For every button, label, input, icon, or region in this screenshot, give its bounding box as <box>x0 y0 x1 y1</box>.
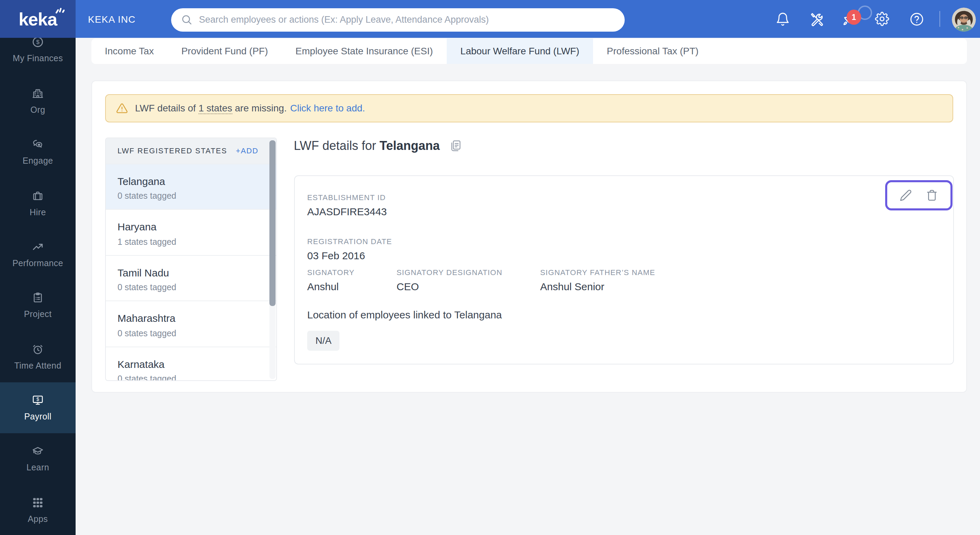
state-row-maharashtra[interactable]: Maharashtra 0 states tagged <box>106 300 276 346</box>
time-attend-icon <box>32 343 44 355</box>
signatory-father-label: SIGNATORY FATHER’S NAME <box>540 269 655 276</box>
warning-icon <box>116 102 127 114</box>
sidebar-item-label: Project <box>24 310 52 319</box>
finances-icon: $ <box>32 36 44 48</box>
org-icon <box>32 87 44 100</box>
sidebar-item-label: My Finances <box>13 54 63 64</box>
signatory-label: SIGNATORY <box>307 269 355 276</box>
sidebar-item-performance[interactable]: Performance <box>0 228 76 280</box>
tab-provident-fund[interactable]: Provident Fund (PF) <box>168 38 282 64</box>
svg-text:$: $ <box>37 396 39 402</box>
engage-icon <box>32 138 44 150</box>
global-search[interactable]: Search employees or actions (Ex: Apply L… <box>171 8 624 31</box>
performance-icon <box>32 241 44 253</box>
sidebar: $ My Finances Org Engage Hire Performanc… <box>0 0 76 535</box>
lwf-states-panel: LWF REGISTERED STATES +ADD Telangana 0 s… <box>105 137 277 381</box>
keka-app: $ My Finances Org Engage Hire Performanc… <box>0 0 980 535</box>
delete-button[interactable] <box>926 189 938 201</box>
tab-esi[interactable]: Employee State Insurance (ESI) <box>282 38 447 64</box>
tools-button[interactable] <box>809 0 824 38</box>
sidebar-item-engage[interactable]: Engage <box>0 126 76 178</box>
logo-sparkle-icon <box>55 5 65 13</box>
header-divider <box>939 11 940 27</box>
states-panel-header: LWF REGISTERED STATES +ADD <box>106 138 276 163</box>
banner-text: LWF details of 1 states are missing. <box>135 103 286 114</box>
copy-details-icon[interactable] <box>449 139 462 152</box>
states-panel-title: LWF REGISTERED STATES <box>118 147 227 155</box>
company-name: KEKA INC <box>88 0 136 38</box>
signatory-father-value: Anshul Senior <box>540 281 605 291</box>
sidebar-item-time-attend[interactable]: Time Attend <box>0 331 76 382</box>
avatar-image <box>952 8 976 32</box>
edit-button[interactable] <box>900 189 912 201</box>
payroll-icon: $ <box>32 394 44 406</box>
search-icon <box>180 14 192 26</box>
sidebar-item-payroll[interactable]: $ Payroll <box>0 382 76 433</box>
edit-delete-annotation-box <box>885 180 953 210</box>
missing-states-banner: LWF details of 1 states are missing. Cli… <box>105 94 953 122</box>
help-button[interactable] <box>909 0 924 38</box>
user-avatar[interactable] <box>952 8 976 32</box>
announcements-badge: 1 <box>846 10 861 24</box>
sidebar-item-org[interactable]: Org <box>0 75 76 126</box>
keka-logo[interactable]: keka <box>0 0 76 38</box>
search-placeholder: Search employees or actions (Ex: Apply L… <box>199 14 489 25</box>
tab-lwf[interactable]: Labour Welfare Fund (LWF) <box>447 38 593 64</box>
sidebar-item-learn[interactable]: Learn <box>0 433 76 484</box>
notifications-button[interactable] <box>775 0 790 38</box>
registration-date-value: 03 Feb 2016 <box>307 250 365 260</box>
sidebar-item-label: Time Attend <box>14 361 62 370</box>
sidebar-item-hire[interactable]: Hire <box>0 178 76 229</box>
sidebar-item-label: Apps <box>28 514 48 524</box>
click-here-to-add-link[interactable]: Click here to add. <box>290 103 365 114</box>
location-value-chip: N/A <box>307 331 340 351</box>
sidebar-item-label: Hire <box>30 207 46 217</box>
lwf-content-card: LWF details of 1 states are missing. Cli… <box>91 80 967 393</box>
sidebar-item-label: Learn <box>27 463 49 473</box>
tab-income-tax[interactable]: Income Tax <box>91 38 168 64</box>
add-state-button[interactable]: +ADD <box>236 147 258 155</box>
signatory-designation-value: CEO <box>396 281 419 291</box>
state-row-karnataka[interactable]: Karnataka 0 states tagged <box>106 346 276 381</box>
lwf-detail-card: ESTABLISHMENT ID AJASDFIRE3443 REGISTRAT… <box>294 175 954 364</box>
missing-states-count: 1 states <box>199 103 232 115</box>
details-title-state: Telangana <box>379 139 439 153</box>
svg-text:$: $ <box>36 39 40 46</box>
settings-button[interactable] <box>875 0 890 38</box>
registration-date-label: REGISTRATION DATE <box>307 238 392 246</box>
state-row-tamil-nadu[interactable]: Tamil Nadu 0 states tagged <box>106 255 276 300</box>
location-label: Location of employees linked to Telangan… <box>307 309 502 319</box>
establishment-id-label: ESTABLISHMENT ID <box>307 194 386 201</box>
tab-professional-tax[interactable]: Professional Tax (PT) <box>593 38 712 64</box>
sidebar-item-label: Org <box>30 105 45 115</box>
signatory-designation-label: SIGNATORY DESIGNATION <box>396 269 503 276</box>
sidebar-item-apps[interactable]: Apps <box>0 484 76 535</box>
project-icon <box>32 292 44 304</box>
signatory-value: Anshul <box>307 281 339 291</box>
top-header: KEKA INC Search employees or actions (Ex… <box>76 0 980 38</box>
states-scrollbar-thumb[interactable] <box>269 140 275 306</box>
establishment-id-value: AJASDFIRE3443 <box>307 206 387 216</box>
sidebar-item-label: Engage <box>23 156 53 166</box>
sidebar-item-project[interactable]: Project <box>0 280 76 331</box>
apps-icon <box>32 496 44 508</box>
learn-icon <box>32 445 44 457</box>
sidebar-item-label: Performance <box>13 259 63 268</box>
details-title: LWF details for Telangana <box>294 139 440 153</box>
hire-icon <box>32 190 44 202</box>
sidebar-item-label: Payroll <box>24 412 51 422</box>
sidebar-nav: $ My Finances Org Engage Hire Performanc… <box>0 24 76 535</box>
logo-text: keka <box>19 9 57 29</box>
state-row-haryana[interactable]: Haryana 1 states tagged <box>106 209 276 255</box>
tax-tabs: Income Tax Provident Fund (PF) Employee … <box>91 38 967 64</box>
state-row-telangana[interactable]: Telangana 0 states tagged <box>106 163 276 209</box>
